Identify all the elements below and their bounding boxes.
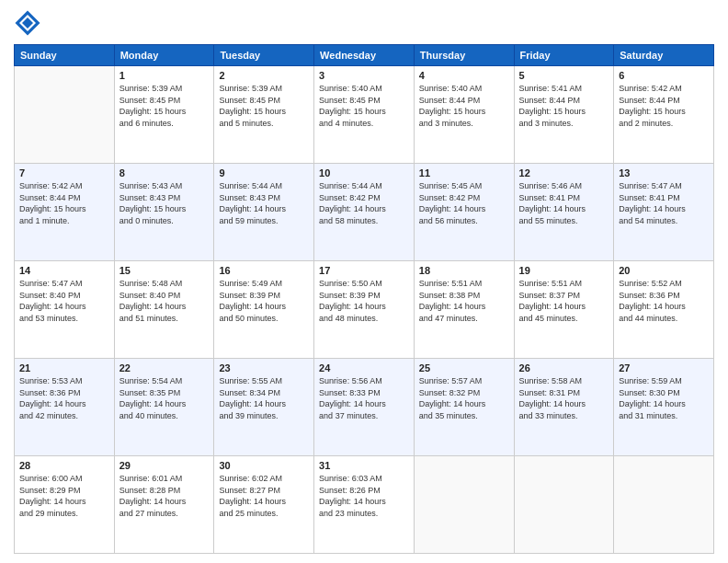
day-detail: Sunrise: 5:46 AM Sunset: 8:41 PM Dayligh… bbox=[519, 180, 609, 226]
calendar-header-row: SundayMondayTuesdayWednesdayThursdayFrid… bbox=[15, 45, 714, 66]
day-number: 11 bbox=[419, 167, 509, 178]
calendar-cell: 20Sunrise: 5:52 AM Sunset: 8:36 PM Dayli… bbox=[614, 261, 714, 359]
day-detail: Sunrise: 5:47 AM Sunset: 8:41 PM Dayligh… bbox=[619, 180, 709, 226]
calendar-cell: 9Sunrise: 5:44 AM Sunset: 8:43 PM Daylig… bbox=[214, 164, 314, 261]
calendar-cell: 30Sunrise: 6:02 AM Sunset: 8:27 PM Dayli… bbox=[214, 456, 314, 554]
calendar-cell: 7Sunrise: 5:42 AM Sunset: 8:44 PM Daylig… bbox=[15, 164, 115, 261]
day-number: 9 bbox=[219, 167, 309, 178]
day-number: 31 bbox=[319, 460, 409, 471]
calendar-cell: 2Sunrise: 5:39 AM Sunset: 8:45 PM Daylig… bbox=[214, 66, 314, 164]
day-number: 20 bbox=[619, 265, 709, 276]
logo bbox=[14, 9, 45, 37]
calendar-cell bbox=[514, 456, 614, 554]
day-detail: Sunrise: 5:42 AM Sunset: 8:44 PM Dayligh… bbox=[19, 180, 109, 226]
day-detail: Sunrise: 5:53 AM Sunset: 8:36 PM Dayligh… bbox=[19, 375, 109, 421]
calendar-cell: 13Sunrise: 5:47 AM Sunset: 8:41 PM Dayli… bbox=[614, 164, 714, 261]
day-number: 14 bbox=[19, 265, 109, 276]
calendar-cell: 3Sunrise: 5:40 AM Sunset: 8:45 PM Daylig… bbox=[314, 66, 415, 164]
logo-icon bbox=[14, 9, 41, 37]
weekday-header-thursday: Thursday bbox=[414, 45, 514, 66]
calendar-cell: 29Sunrise: 6:01 AM Sunset: 8:28 PM Dayli… bbox=[114, 456, 214, 554]
calendar-cell: 28Sunrise: 6:00 AM Sunset: 8:29 PM Dayli… bbox=[15, 456, 115, 554]
day-detail: Sunrise: 5:48 AM Sunset: 8:40 PM Dayligh… bbox=[119, 278, 210, 324]
calendar-cell: 1Sunrise: 5:39 AM Sunset: 8:45 PM Daylig… bbox=[114, 66, 214, 164]
day-number: 19 bbox=[519, 265, 609, 276]
day-detail: Sunrise: 5:52 AM Sunset: 8:36 PM Dayligh… bbox=[619, 278, 709, 324]
calendar-cell: 17Sunrise: 5:50 AM Sunset: 8:39 PM Dayli… bbox=[314, 261, 415, 359]
calendar-cell: 10Sunrise: 5:44 AM Sunset: 8:42 PM Dayli… bbox=[314, 164, 415, 261]
calendar-table: SundayMondayTuesdayWednesdayThursdayFrid… bbox=[14, 44, 714, 554]
day-detail: Sunrise: 5:56 AM Sunset: 8:33 PM Dayligh… bbox=[319, 375, 409, 421]
day-number: 21 bbox=[19, 362, 109, 373]
day-detail: Sunrise: 5:45 AM Sunset: 8:42 PM Dayligh… bbox=[419, 180, 509, 226]
day-number: 30 bbox=[219, 460, 309, 471]
weekday-header-sunday: Sunday bbox=[15, 45, 115, 66]
calendar-cell: 12Sunrise: 5:46 AM Sunset: 8:41 PM Dayli… bbox=[514, 164, 614, 261]
calendar-cell: 15Sunrise: 5:48 AM Sunset: 8:40 PM Dayli… bbox=[114, 261, 214, 359]
calendar-cell: 25Sunrise: 5:57 AM Sunset: 8:32 PM Dayli… bbox=[414, 359, 514, 456]
calendar-cell: 18Sunrise: 5:51 AM Sunset: 8:38 PM Dayli… bbox=[414, 261, 514, 359]
day-detail: Sunrise: 5:44 AM Sunset: 8:42 PM Dayligh… bbox=[319, 180, 409, 226]
calendar-cell: 19Sunrise: 5:51 AM Sunset: 8:37 PM Dayli… bbox=[514, 261, 614, 359]
week-row-3: 14Sunrise: 5:47 AM Sunset: 8:40 PM Dayli… bbox=[15, 261, 714, 359]
week-row-1: 1Sunrise: 5:39 AM Sunset: 8:45 PM Daylig… bbox=[15, 66, 714, 164]
calendar-cell: 6Sunrise: 5:42 AM Sunset: 8:44 PM Daylig… bbox=[614, 66, 714, 164]
calendar-cell: 31Sunrise: 6:03 AM Sunset: 8:26 PM Dayli… bbox=[314, 456, 415, 554]
day-number: 16 bbox=[219, 265, 309, 276]
day-number: 3 bbox=[319, 70, 409, 81]
calendar-cell: 26Sunrise: 5:58 AM Sunset: 8:31 PM Dayli… bbox=[514, 359, 614, 456]
day-number: 5 bbox=[519, 70, 609, 81]
day-number: 15 bbox=[119, 265, 210, 276]
day-detail: Sunrise: 5:42 AM Sunset: 8:44 PM Dayligh… bbox=[619, 83, 709, 129]
weekday-header-wednesday: Wednesday bbox=[314, 45, 415, 66]
day-detail: Sunrise: 5:41 AM Sunset: 8:44 PM Dayligh… bbox=[519, 83, 609, 129]
weekday-header-saturday: Saturday bbox=[614, 45, 714, 66]
day-number: 2 bbox=[219, 70, 309, 81]
day-number: 25 bbox=[419, 362, 509, 373]
day-detail: Sunrise: 5:51 AM Sunset: 8:38 PM Dayligh… bbox=[419, 278, 509, 324]
day-number: 29 bbox=[119, 460, 210, 471]
calendar-cell: 23Sunrise: 5:55 AM Sunset: 8:34 PM Dayli… bbox=[214, 359, 314, 456]
day-detail: Sunrise: 5:54 AM Sunset: 8:35 PM Dayligh… bbox=[119, 375, 210, 421]
day-detail: Sunrise: 5:51 AM Sunset: 8:37 PM Dayligh… bbox=[519, 278, 609, 324]
calendar-cell: 22Sunrise: 5:54 AM Sunset: 8:35 PM Dayli… bbox=[114, 359, 214, 456]
calendar-cell bbox=[15, 66, 115, 164]
weekday-header-friday: Friday bbox=[514, 45, 614, 66]
day-detail: Sunrise: 5:40 AM Sunset: 8:45 PM Dayligh… bbox=[319, 83, 409, 129]
day-detail: Sunrise: 6:01 AM Sunset: 8:28 PM Dayligh… bbox=[119, 473, 210, 519]
day-detail: Sunrise: 5:39 AM Sunset: 8:45 PM Dayligh… bbox=[119, 83, 210, 129]
weekday-header-tuesday: Tuesday bbox=[214, 45, 314, 66]
day-detail: Sunrise: 5:55 AM Sunset: 8:34 PM Dayligh… bbox=[219, 375, 309, 421]
calendar-cell bbox=[414, 456, 514, 554]
week-row-4: 21Sunrise: 5:53 AM Sunset: 8:36 PM Dayli… bbox=[15, 359, 714, 456]
day-detail: Sunrise: 5:39 AM Sunset: 8:45 PM Dayligh… bbox=[219, 83, 309, 129]
day-number: 12 bbox=[519, 167, 609, 178]
calendar-cell: 11Sunrise: 5:45 AM Sunset: 8:42 PM Dayli… bbox=[414, 164, 514, 261]
day-detail: Sunrise: 6:02 AM Sunset: 8:27 PM Dayligh… bbox=[219, 473, 309, 519]
day-number: 18 bbox=[419, 265, 509, 276]
page: SundayMondayTuesdayWednesdayThursdayFrid… bbox=[0, 0, 728, 563]
day-detail: Sunrise: 5:47 AM Sunset: 8:40 PM Dayligh… bbox=[19, 278, 109, 324]
day-number: 6 bbox=[619, 70, 709, 81]
weekday-header-monday: Monday bbox=[114, 45, 214, 66]
calendar-cell bbox=[614, 456, 714, 554]
day-number: 22 bbox=[119, 362, 210, 373]
calendar-cell: 21Sunrise: 5:53 AM Sunset: 8:36 PM Dayli… bbox=[15, 359, 115, 456]
week-row-2: 7Sunrise: 5:42 AM Sunset: 8:44 PM Daylig… bbox=[15, 164, 714, 261]
day-detail: Sunrise: 6:03 AM Sunset: 8:26 PM Dayligh… bbox=[319, 473, 409, 519]
day-number: 27 bbox=[619, 362, 709, 373]
calendar-cell: 4Sunrise: 5:40 AM Sunset: 8:44 PM Daylig… bbox=[414, 66, 514, 164]
day-number: 8 bbox=[119, 167, 210, 178]
calendar-cell: 14Sunrise: 5:47 AM Sunset: 8:40 PM Dayli… bbox=[15, 261, 115, 359]
day-number: 4 bbox=[419, 70, 509, 81]
day-detail: Sunrise: 5:44 AM Sunset: 8:43 PM Dayligh… bbox=[219, 180, 309, 226]
day-number: 1 bbox=[119, 70, 210, 81]
day-number: 26 bbox=[519, 362, 609, 373]
calendar-cell: 16Sunrise: 5:49 AM Sunset: 8:39 PM Dayli… bbox=[214, 261, 314, 359]
day-detail: Sunrise: 5:57 AM Sunset: 8:32 PM Dayligh… bbox=[419, 375, 509, 421]
day-detail: Sunrise: 5:59 AM Sunset: 8:30 PM Dayligh… bbox=[619, 375, 709, 421]
day-number: 13 bbox=[619, 167, 709, 178]
calendar-cell: 24Sunrise: 5:56 AM Sunset: 8:33 PM Dayli… bbox=[314, 359, 415, 456]
calendar-cell: 8Sunrise: 5:43 AM Sunset: 8:43 PM Daylig… bbox=[114, 164, 214, 261]
day-number: 28 bbox=[19, 460, 109, 471]
